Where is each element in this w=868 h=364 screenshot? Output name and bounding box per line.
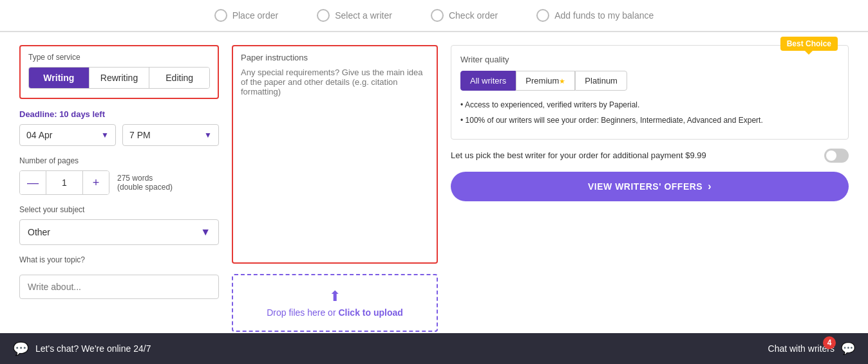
- writer-quality-tabs: All writers Premium★ Platinum: [460, 71, 839, 91]
- time-arrow-icon: ▼: [204, 131, 212, 140]
- subject-section: Select your subject Other ▼: [19, 205, 219, 245]
- pages-decrement-button[interactable]: —: [20, 171, 46, 194]
- chat-badge: 4: [823, 336, 836, 345]
- writer-quality-features: Access to experienced, verified writers …: [460, 98, 839, 127]
- subject-value: Other: [28, 227, 50, 237]
- tab-editing[interactable]: Editing: [149, 68, 209, 88]
- pages-section: Number of pages — 1 + 275 words (double …: [19, 156, 219, 195]
- best-choice-badge: Best Choice: [780, 37, 838, 51]
- stepper: Place order Select a writer Check order …: [0, 0, 868, 32]
- service-box: Type of service Writing Rewriting Editin…: [19, 45, 219, 99]
- step-check-order[interactable]: Check order: [431, 9, 498, 22]
- days-left: 10 days left: [59, 109, 105, 119]
- step-add-funds[interactable]: Add funds to my balance: [536, 9, 654, 22]
- subject-label: Select your subject: [19, 205, 219, 214]
- writer-quality-label: Writer quality: [460, 55, 839, 64]
- view-writers-button[interactable]: VIEW WRITERS' OFFERS ›: [451, 172, 849, 201]
- chat-writers-icon: 💬: [841, 341, 855, 345]
- right-column: Best Choice Writer quality All writers P…: [451, 45, 849, 332]
- step-circle-3: [431, 9, 444, 22]
- dropzone-text: Drop files here or Click to upload: [267, 307, 403, 318]
- service-label: Type of service: [28, 53, 210, 62]
- date-arrow-icon: ▼: [101, 131, 109, 140]
- step-circle-2: [317, 9, 330, 22]
- deadline-section: Deadline: 10 days left 04 Apr ▼ 7 PM ▼: [19, 109, 219, 146]
- words-note: 275 words (double spaced): [117, 174, 173, 192]
- chat-bubble-icon: 💬: [13, 341, 29, 345]
- tab-platinum[interactable]: Platinum: [575, 71, 627, 91]
- file-dropzone[interactable]: ⬆ Drop files here or Click to upload: [232, 274, 438, 332]
- date-value: 04 Apr: [26, 130, 52, 140]
- subject-select[interactable]: Other ▼: [19, 219, 219, 245]
- toggle-label: Let us pick the best writer for your ord…: [451, 150, 706, 160]
- step-place-order[interactable]: Place order: [214, 9, 279, 22]
- time-value: 7 PM: [129, 130, 151, 140]
- tab-writing[interactable]: Writing: [29, 68, 90, 88]
- pages-label: Number of pages: [19, 156, 219, 165]
- chat-right[interactable]: 4 Chat with writers 💬: [768, 341, 855, 345]
- chat-left-text: Let's chat? We're online 24/7: [35, 343, 151, 345]
- middle-column: Paper instructions ⬆ Drop files here or …: [232, 45, 438, 332]
- step-circle-4: [536, 9, 549, 22]
- step-label-2: Select a writer: [335, 10, 392, 21]
- feature-1: Access to experienced, verified writers …: [460, 98, 839, 111]
- topic-label: What is your topic?: [19, 255, 219, 264]
- writer-quality-box: Best Choice Writer quality All writers P…: [451, 45, 849, 140]
- topic-section: What is your topic?: [19, 255, 219, 299]
- upload-icon: ⬆: [246, 288, 424, 305]
- service-tabs: Writing Rewriting Editing: [28, 67, 210, 89]
- topic-input[interactable]: [19, 275, 219, 299]
- tab-all-writers[interactable]: All writers: [460, 71, 516, 91]
- step-label-3: Check order: [449, 10, 498, 21]
- best-writer-toggle[interactable]: [824, 149, 849, 163]
- pages-count: 1: [46, 171, 83, 194]
- chevron-right-icon: ›: [708, 181, 712, 192]
- step-label-4: Add funds to my balance: [554, 10, 654, 21]
- pages-increment-button[interactable]: +: [83, 171, 109, 194]
- tab-premium[interactable]: Premium★: [516, 71, 575, 91]
- subject-arrow-icon: ▼: [200, 226, 211, 238]
- step-select-writer[interactable]: Select a writer: [317, 9, 392, 22]
- paper-instructions-input[interactable]: [241, 68, 429, 241]
- deadline-label: Deadline: 10 days left: [19, 109, 219, 119]
- feature-2: 100% of our writers will see your order:…: [460, 114, 839, 127]
- premium-star-icon: ★: [559, 77, 565, 85]
- step-label-1: Place order: [232, 10, 279, 21]
- step-circle-1: [214, 9, 227, 22]
- paper-label: Paper instructions: [241, 53, 429, 62]
- chat-left[interactable]: 💬 Let's chat? We're online 24/7: [13, 341, 151, 345]
- paper-box: Paper instructions: [232, 45, 438, 264]
- main-content: Type of service Writing Rewriting Editin…: [0, 32, 868, 345]
- left-column: Type of service Writing Rewriting Editin…: [19, 45, 219, 332]
- time-select[interactable]: 7 PM ▼: [122, 124, 219, 146]
- tab-rewriting[interactable]: Rewriting: [90, 68, 150, 88]
- best-writer-toggle-row: Let us pick the best writer for your ord…: [451, 149, 849, 163]
- date-select[interactable]: 04 Apr ▼: [19, 124, 116, 146]
- pages-control: — 1 +: [19, 170, 109, 195]
- chat-bar: 💬 Let's chat? We're online 24/7 4 Chat w…: [0, 333, 868, 345]
- deadline-row: 04 Apr ▼ 7 PM ▼: [19, 124, 219, 146]
- pages-row: — 1 + 275 words (double spaced): [19, 170, 219, 195]
